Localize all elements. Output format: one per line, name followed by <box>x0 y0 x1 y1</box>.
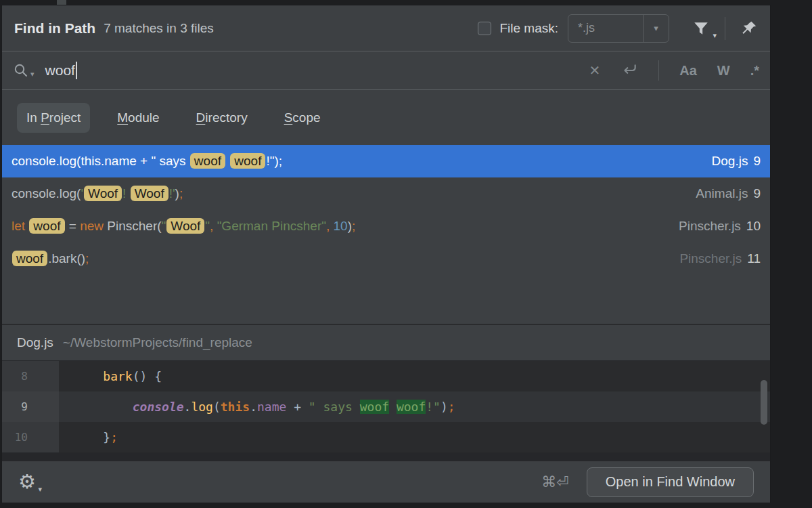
preview-file-path: ~/WebstormProjects/find_replace <box>63 335 252 350</box>
code-line: 8 bark() { <box>2 361 770 391</box>
vertical-scrollbar-thumb[interactable] <box>761 380 767 425</box>
search-field-actions: ✕ Aa W .* <box>589 60 759 81</box>
code-line-text: bark() { <box>59 361 770 391</box>
file-name: Pinscher.js <box>679 219 741 233</box>
code-line-text: }; <box>59 422 770 452</box>
result-code-text: let woof = new Pinscher("Woof", "German … <box>12 219 355 234</box>
code-segment: name <box>257 400 286 414</box>
code-segment: " <box>162 219 166 233</box>
file-mask-combo[interactable]: *.js ▾ <box>568 14 669 43</box>
code-preview-editor[interactable]: 8 bark() {9 console.log(this.name + " sa… <box>2 360 770 452</box>
file-name: Dog.js <box>712 154 748 168</box>
scope-tabs: In Project Module Directory Scope <box>2 90 770 145</box>
result-row[interactable]: let woof = new Pinscher("Woof", "German … <box>2 210 770 242</box>
code-segment <box>226 154 229 168</box>
filter-icon[interactable]: ▾ <box>692 20 710 37</box>
code-segment: Pinscher( <box>107 219 161 233</box>
clear-search-icon[interactable]: ✕ <box>589 62 600 79</box>
code-line: 10 }; <box>2 422 770 452</box>
result-file-label: Dog.js9 <box>712 154 761 169</box>
horizontal-scrollbar-track[interactable] <box>2 452 770 461</box>
code-segment: } <box>74 430 110 444</box>
line-number: 11 <box>747 251 761 266</box>
code-segment: = <box>66 219 81 233</box>
gutter-line-number: 10 <box>2 422 59 452</box>
file-mask-value: *.js <box>568 21 643 35</box>
code-segment: "German Pincsher" <box>217 219 326 233</box>
file-mask-checkbox[interactable] <box>478 22 491 35</box>
code-segment: !" <box>426 400 441 414</box>
file-mask-label: File mask: <box>499 21 558 36</box>
insert-newline-icon[interactable] <box>621 62 638 79</box>
divider <box>658 60 659 81</box>
result-file-label: Pinscher.js10 <box>679 219 761 234</box>
return-arrow-glyph <box>621 62 638 79</box>
code-segment: console.log(this.name + " says <box>12 154 189 168</box>
code-segment: ; <box>448 400 455 414</box>
file-name: Pinscher.js <box>679 251 742 266</box>
keyboard-shortcut-hint: ⌘⏎ <box>541 473 568 491</box>
line-number: 9 <box>753 154 761 168</box>
chevron-down-icon: ▾ <box>38 485 42 494</box>
code-segment: ( <box>213 400 221 414</box>
match-case-toggle[interactable]: Aa <box>679 63 697 79</box>
divider <box>725 17 725 40</box>
screen: Find in Path 7 matches in 3 files File m… <box>0 0 812 508</box>
match-highlight: woof <box>230 153 265 169</box>
match-highlight: woof <box>12 251 47 266</box>
code-segment: 10 <box>334 219 348 233</box>
chevron-down-icon[interactable]: ▾ <box>643 15 669 42</box>
loupe-glyph <box>13 62 29 79</box>
code-segment: ; <box>110 430 118 444</box>
code-segment: . <box>250 400 257 414</box>
code-segment: ; <box>179 186 183 200</box>
code-segment: ' <box>81 186 83 200</box>
result-row[interactable]: console.log(this.name + " says woof woof… <box>2 145 770 177</box>
funnel-glyph <box>692 20 710 37</box>
header-controls: File mask: *.js ▾ ▾ <box>478 14 758 43</box>
match-highlight: woof <box>397 400 426 414</box>
code-segment: () { <box>133 369 162 383</box>
chevron-down-icon: ▾ <box>30 70 35 79</box>
tab-in-project[interactable]: In Project <box>17 103 90 133</box>
code-segment: console <box>133 400 184 414</box>
open-in-find-window-button[interactable]: Open in Find Window <box>587 467 754 497</box>
result-row[interactable]: console.log('Woof! Woof!');Animal.js9 <box>2 177 770 210</box>
tab-directory[interactable]: Directory <box>187 103 257 133</box>
tab-scope[interactable]: Scope <box>275 103 330 133</box>
code-segment: , <box>326 219 334 233</box>
settings-gear-icon[interactable]: ⚙ ▾ <box>18 472 36 492</box>
preview-header: Dog.js ~/WebstormProjects/find_replace <box>2 325 770 360</box>
regex-toggle[interactable]: .* <box>750 63 759 79</box>
pin-icon[interactable] <box>740 20 758 37</box>
code-segment: !"); <box>266 154 282 168</box>
line-number: 10 <box>746 219 761 233</box>
dialog-title: Find in Path <box>14 20 95 37</box>
text-cursor <box>76 62 77 79</box>
code-segment: !' <box>169 186 175 200</box>
match-highlight: woof <box>360 400 389 414</box>
code-segment <box>74 369 103 383</box>
code-segment: . <box>184 400 191 414</box>
gutter-line-number: 8 <box>2 361 59 391</box>
code-segment: this <box>221 400 250 414</box>
result-code-text: woof.bark(); <box>12 251 89 266</box>
result-row[interactable]: woof.bark();Pinscher.js11 <box>2 242 770 275</box>
dialog-header: Find in Path 7 matches in 3 files File m… <box>2 5 770 51</box>
code-segment: bark <box>103 369 132 383</box>
search-field[interactable]: ▾ woof ✕ Aa W .* <box>2 51 770 90</box>
background-window-fragment <box>57 0 66 5</box>
search-results-list: console.log(this.name + " says woof woof… <box>2 145 770 324</box>
find-in-path-dialog: Find in Path 7 matches in 3 files File m… <box>2 5 770 503</box>
whole-words-toggle[interactable]: W <box>717 63 730 79</box>
tab-module[interactable]: Module <box>108 103 168 133</box>
code-segment: let <box>12 219 28 233</box>
search-icon[interactable] <box>13 62 29 79</box>
search-input-value[interactable]: woof <box>45 62 75 79</box>
gutter-line-number: 9 <box>2 391 59 422</box>
match-summary: 7 matches in 3 files <box>104 21 214 36</box>
code-line: 9 console.log(this.name + " says woof wo… <box>2 391 770 422</box>
code-segment: ) <box>441 400 448 414</box>
code-segment: console.log( <box>12 186 81 200</box>
result-code-text: console.log('Woof! Woof!'); <box>12 186 183 201</box>
